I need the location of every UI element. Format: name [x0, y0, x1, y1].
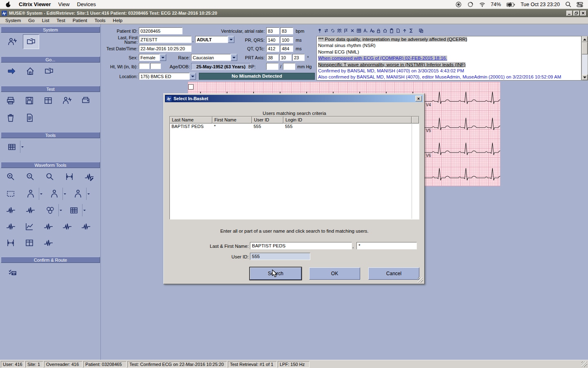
location-dropdown[interactable] — [189, 73, 196, 80]
waveform-retrieve-button[interactable] — [4, 34, 20, 49]
document-small-icon[interactable] — [395, 28, 401, 34]
flag-icon[interactable] — [343, 28, 349, 34]
select-area-button[interactable] — [2, 186, 19, 201]
ok-button[interactable]: OK — [309, 267, 360, 280]
users-icon[interactable] — [336, 28, 342, 34]
menu-system[interactable]: System — [2, 18, 24, 23]
waveform-tool-button-3[interactable] — [40, 219, 56, 234]
interpretation-confirmed-line[interactable]: Confirmed by BANSAL MD, MANISH (4070) on… — [318, 68, 464, 73]
cancel-button[interactable]: Cancel — [368, 267, 419, 280]
prt-field-1[interactable]: 38 — [266, 54, 278, 61]
overlay-beats-button[interactable] — [42, 203, 63, 218]
users-table[interactable]: Last Name First Name User ID Login ID BA… — [169, 116, 419, 220]
dialog-titlebar[interactable]: Select In-Basket × — [165, 95, 423, 102]
chevron-down-icon[interactable] — [82, 204, 87, 216]
col-first-name[interactable]: First Name — [212, 117, 252, 123]
mac-menu-devices[interactable]: Devices — [77, 1, 96, 7]
restore-button[interactable] — [573, 11, 579, 16]
menubar-clock[interactable]: Tue Oct 23 23:20 — [521, 2, 560, 7]
compare-complex-button[interactable] — [22, 203, 38, 218]
menu-test[interactable]: Test — [53, 18, 69, 23]
interpretation-confirmed-line[interactable]: Also confirmed by BANSAL MD, MANISH (407… — [318, 74, 561, 79]
lead-placement-button-3[interactable] — [69, 186, 91, 201]
prt-field-3[interactable]: 23 — [292, 54, 305, 61]
pin-icon[interactable] — [316, 28, 323, 34]
waveform-tool-button-2[interactable] — [21, 219, 38, 234]
bp-diastolic-field[interactable] — [283, 63, 295, 70]
chevron-down-icon[interactable] — [39, 188, 43, 200]
measurement-button-1[interactable] — [2, 236, 19, 250]
lead-placement-button-1[interactable] — [22, 186, 43, 201]
zoom-button[interactable] — [42, 169, 58, 184]
lock-icon[interactable] — [375, 28, 381, 34]
go-arrow-button[interactable] — [3, 64, 20, 79]
qrs-field[interactable]: 100 — [280, 36, 293, 43]
battery-icon[interactable] — [506, 1, 515, 8]
menu-go[interactable]: Go — [24, 18, 38, 23]
interpretation-line[interactable]: *** Poor data quality, interpretation ma… — [318, 37, 467, 42]
patient-id-field[interactable]: 03208465 — [139, 27, 183, 34]
measurement-button-3[interactable] — [40, 236, 56, 250]
col-last-name[interactable]: Last Name — [170, 117, 212, 123]
mac-menu-view[interactable]: View — [58, 1, 70, 7]
chevron-down-icon[interactable] — [86, 188, 91, 200]
chevron-down-icon[interactable] — [20, 141, 24, 153]
annotate-button[interactable] — [81, 169, 97, 184]
scroll-up-icon[interactable] — [582, 36, 588, 42]
dialog-resize-grip[interactable] — [418, 277, 423, 283]
scroll-down-icon[interactable] — [582, 74, 588, 80]
print-test-button[interactable] — [2, 93, 19, 108]
median-complex-button[interactable] — [2, 203, 19, 218]
superimpose-button[interactable] — [65, 203, 87, 218]
wifi-icon[interactable] — [479, 1, 486, 7]
promote-icon[interactable] — [401, 28, 408, 34]
prt-field-2[interactable]: 10 — [279, 54, 292, 61]
pr-field[interactable]: 140 — [266, 36, 279, 43]
window-titlebar[interactable]: MUSE® System - Edit/Retrieve: Site:1 Use… — [0, 9, 588, 17]
zoom-in-button[interactable] — [2, 169, 19, 184]
open-chart-button[interactable] — [23, 34, 39, 49]
delete-icon[interactable] — [349, 28, 355, 34]
menu-list[interactable]: List — [38, 18, 53, 23]
vent-rate-field-1[interactable]: 83 — [266, 27, 279, 34]
home-small-icon[interactable] — [382, 28, 388, 34]
interpretation-line[interactable]: Normal ECG (NML) — [318, 49, 359, 54]
chevron-down-icon[interactable] — [62, 188, 67, 200]
dialog-close-button[interactable]: × — [415, 96, 422, 101]
height-field[interactable] — [139, 63, 149, 69]
menu-tools[interactable]: Tools — [91, 18, 109, 23]
location-field[interactable]: 175) BMCS ED — [139, 73, 189, 80]
qtc-field[interactable]: 484 — [280, 45, 293, 52]
ecg-drag-handle[interactable] — [188, 84, 194, 90]
interpretation-compare-link[interactable]: When compared with ECG of (COMPAR) 02-FE… — [318, 56, 447, 61]
delete-test-button[interactable] — [2, 110, 19, 125]
test-datetime-field[interactable]: 22-Mar-2016 10:25:20 — [139, 45, 192, 52]
waveform-tool-button-5[interactable] — [78, 219, 94, 234]
screen-record-icon[interactable] — [455, 1, 462, 8]
userid-search-field[interactable]: 555 — [250, 253, 310, 260]
sex-field[interactable]: Female — [139, 54, 160, 61]
waveform-tool-button-4[interactable] — [59, 219, 75, 234]
weight-field[interactable] — [150, 63, 161, 69]
bp-systolic-field[interactable] — [266, 63, 278, 70]
scrollbar-thumb[interactable] — [582, 42, 588, 54]
minimize-button[interactable] — [566, 11, 572, 16]
save-test-button[interactable] — [21, 93, 38, 108]
col-login-id[interactable]: Login ID — [283, 117, 412, 123]
first-name-search-field[interactable]: * — [356, 242, 417, 249]
interpretation-line[interactable]: Normal sinus rhythm (NSR) — [318, 43, 376, 48]
sum-icon[interactable] — [408, 28, 414, 34]
citrix-receiver-icon[interactable] — [467, 1, 474, 8]
swap-icon[interactable] — [323, 28, 329, 34]
patient-test-button[interactable] — [59, 93, 75, 108]
interpretation-scrollbar[interactable] — [581, 36, 588, 81]
confirm-route-button[interactable] — [3, 265, 21, 280]
last-name-field[interactable]: ZTESTT — [139, 36, 192, 43]
col-user-id[interactable]: User ID — [252, 117, 283, 123]
menu-patient[interactable]: Patient — [69, 18, 91, 23]
link-icon[interactable] — [330, 28, 336, 34]
measurement-button-2[interactable] — [21, 236, 38, 250]
table-row[interactable]: BAPTIST PEDS * 555 555 — [170, 123, 419, 130]
report-button[interactable] — [21, 110, 38, 125]
spotlight-icon[interactable] — [565, 1, 571, 7]
